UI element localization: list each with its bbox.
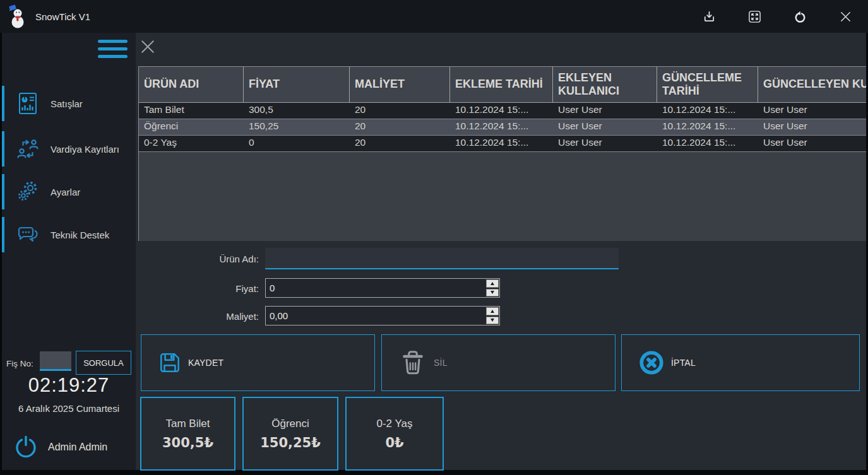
product-name: Tam Bilet — [166, 418, 210, 430]
sidebar-item-ayarlar[interactable]: Ayarlar — [2, 174, 136, 209]
cell-ekleme-tarihi: 10.12.2024 15:... — [450, 119, 553, 135]
logout-user-button[interactable]: Admin Admin — [12, 431, 107, 463]
cost-spin-down-icon[interactable] — [486, 317, 499, 325]
cell-ekleyen: User User — [553, 136, 657, 151]
column-header[interactable]: EKLEYEN KULLANICI — [553, 67, 657, 102]
sidebar-item-label: Satışlar — [51, 98, 83, 109]
app-window: SnowTick V1 — [0, 0, 868, 475]
kaydet-button[interactable]: KAYDET — [141, 334, 375, 391]
table-row[interactable]: Tam Bilet 300,5 20 10.12.2024 15:... Use… — [139, 103, 866, 119]
main-content: ÜRÜN ADI FİYAT MALİYET EKLEME TARİHİ EKL… — [136, 33, 866, 470]
cell-ekleme-tarihi: 10.12.2024 15:... — [450, 103, 553, 119]
sidebar-item-vardiya-kayitlari[interactable]: Vardiya Kayıtları — [2, 131, 136, 167]
cell-ekleyen: User User — [553, 103, 657, 119]
product-price: 150,25₺ — [260, 435, 321, 450]
support-chat-icon — [15, 222, 40, 247]
product-name: 0-2 Yaş — [376, 418, 412, 430]
quick-product-0-2-yas[interactable]: 0-2 Yaş 0₺ — [345, 397, 444, 471]
column-header[interactable]: GÜNCELLEYEN KULLANICI — [758, 67, 866, 102]
receipt-no-input[interactable] — [40, 351, 71, 371]
titlebar: SnowTick V1 — [0, 0, 868, 33]
hamburger-menu-icon[interactable] — [98, 40, 128, 58]
sidebar-item-teknik-destek[interactable]: Teknik Destek — [2, 217, 136, 252]
cost-input[interactable] — [266, 307, 486, 325]
column-header[interactable]: ÜRÜN ADI — [139, 67, 244, 102]
sil-button[interactable]: SİL — [381, 334, 615, 391]
cell-maliyet: 20 — [350, 103, 450, 119]
cell-fiyat: 0 — [244, 136, 350, 151]
sidebar-item-label: Vardiya Kayıtları — [51, 144, 119, 155]
cancel-circle-icon — [638, 349, 665, 376]
cell-fiyat: 150,25 — [244, 119, 350, 135]
trash-delete-icon — [398, 348, 427, 377]
sales-report-icon — [15, 91, 40, 116]
snowman-logo-icon — [8, 3, 28, 30]
products-table: ÜRÜN ADI FİYAT MALİYET EKLEME TARİHİ EKL… — [138, 66, 866, 241]
product-price: 300,5₺ — [162, 435, 213, 450]
column-header[interactable]: EKLEME TARİHİ — [450, 67, 553, 102]
download-icon[interactable] — [698, 5, 720, 28]
cell-guncelleme-tarihi: 10.12.2024 15:... — [657, 119, 758, 135]
price-spin-down-icon[interactable] — [486, 289, 499, 297]
sidebar-item-label: Teknik Destek — [51, 230, 109, 240]
cell-guncelleyen: User User — [758, 136, 866, 151]
price-spinner — [265, 278, 500, 298]
refresh-icon[interactable] — [788, 5, 811, 28]
price-label: Fiyat: — [148, 283, 259, 294]
sorgula-button[interactable]: SORGULA — [76, 351, 131, 375]
product-name: Öğrenci — [271, 418, 309, 430]
kaydet-label: KAYDET — [188, 358, 223, 368]
panel-close-icon[interactable] — [139, 38, 157, 56]
cell-maliyet: 20 — [350, 119, 450, 135]
price-input[interactable] — [266, 279, 486, 297]
user-name: Admin Admin — [48, 442, 107, 453]
fullscreen-icon[interactable] — [743, 5, 766, 28]
table-row[interactable]: Öğrenci 150,25 20 10.12.2024 15:... User… — [139, 119, 866, 136]
settings-gears-icon — [15, 179, 40, 204]
sidebar-item-satislar[interactable]: Satışlar — [2, 86, 136, 121]
receipt-no-label: Fiş No: — [6, 359, 33, 368]
price-spin-up-icon[interactable] — [486, 279, 499, 288]
cell-guncelleme-tarihi: 10.12.2024 15:... — [657, 103, 758, 119]
cell-guncelleyen: User User — [758, 103, 866, 119]
shift-records-icon — [15, 136, 40, 161]
column-header[interactable]: FİYAT — [244, 67, 350, 102]
iptal-button[interactable]: İPTAL — [621, 334, 860, 391]
cell-maliyet: 20 — [350, 136, 450, 151]
column-header[interactable]: GÜNCELLEME TARİHİ — [657, 67, 758, 102]
floppy-save-icon — [158, 351, 182, 375]
sil-label: SİL — [434, 358, 448, 368]
sidebar: Satışlar Vardiya Kayıtları — [0, 33, 136, 470]
product-name-label: Ürün Adı: — [148, 254, 259, 264]
cell-urun-adi: Tam Bilet — [139, 103, 244, 119]
cell-urun-adi: Öğrenci — [139, 119, 244, 135]
app-title: SnowTick V1 — [35, 11, 90, 22]
cell-guncelleyen: User User — [758, 119, 866, 135]
cell-fiyat: 300,5 — [244, 103, 350, 119]
cell-guncelleme-tarihi: 10.12.2024 15:... — [657, 136, 758, 151]
quick-product-tam-bilet[interactable]: Tam Bilet 300,5₺ — [140, 397, 235, 471]
close-icon[interactable] — [834, 5, 857, 28]
cell-urun-adi: 0-2 Yaş — [139, 136, 244, 151]
clock: 02:19:27 — [2, 374, 136, 397]
power-icon — [12, 433, 40, 461]
table-row[interactable]: 0-2 Yaş 0 20 10.12.2024 15:... User User… — [139, 136, 866, 152]
date: 6 Aralık 2025 Cumartesi — [2, 403, 136, 414]
quick-product-ogrenci[interactable]: Öğrenci 150,25₺ — [242, 397, 338, 471]
cost-spin-up-icon[interactable] — [486, 307, 499, 315]
product-price: 0₺ — [385, 435, 403, 450]
cell-ekleyen: User User — [553, 119, 657, 135]
table-header-row: ÜRÜN ADI FİYAT MALİYET EKLEME TARİHİ EKL… — [139, 67, 866, 103]
cell-ekleme-tarihi: 10.12.2024 15:... — [450, 136, 553, 151]
column-header[interactable]: MALİYET — [350, 67, 450, 102]
cost-spinner — [265, 306, 500, 325]
product-name-input[interactable] — [265, 248, 619, 269]
sidebar-item-label: Ayarlar — [51, 187, 80, 197]
cost-label: Maliyet: — [148, 311, 259, 322]
iptal-label: İPTAL — [671, 358, 696, 368]
